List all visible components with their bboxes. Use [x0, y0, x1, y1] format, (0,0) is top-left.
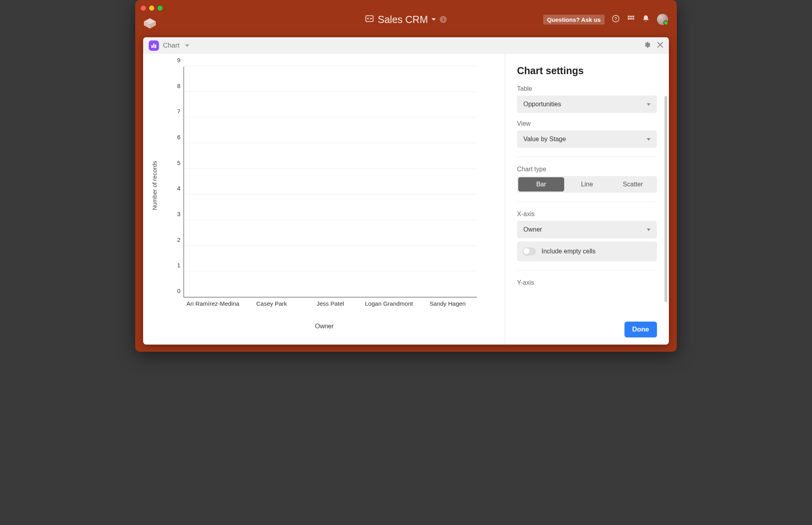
x-tick-label: Jess Patel: [301, 300, 360, 307]
svg-text:?: ?: [615, 16, 617, 21]
include-empty-label: Include empty cells: [542, 248, 596, 255]
table-field-label: Table: [517, 85, 657, 92]
table-select[interactable]: Opportunities: [517, 96, 657, 113]
chart-tab-label: Chart: [163, 42, 180, 50]
caret-down-icon: [432, 18, 436, 21]
app-header: Sales CRM i Questions? Ask us ?: [135, 0, 677, 37]
x-axis-select[interactable]: Owner: [517, 221, 657, 238]
toggle-switch[interactable]: [523, 247, 536, 255]
y-tick-label: 8: [177, 82, 180, 89]
y-tick-label: 9: [177, 57, 180, 63]
base-icon: [365, 14, 374, 25]
x-axis-field-label: X-axis: [517, 211, 657, 218]
modal-header: Chart: [143, 37, 669, 54]
x-axis-select-value: Owner: [523, 226, 542, 233]
app-logo-icon: [144, 18, 156, 30]
x-axis-title: Owner: [315, 323, 333, 330]
view-select[interactable]: Value by Stage: [517, 130, 657, 148]
svg-rect-8: [628, 16, 630, 17]
svg-rect-10: [632, 16, 634, 17]
svg-rect-15: [153, 44, 155, 48]
svg-rect-12: [630, 18, 632, 19]
caret-down-icon: [185, 44, 189, 47]
x-tick-label: Ari Ramírez-Medina: [184, 300, 242, 307]
svg-rect-3: [366, 15, 373, 21]
chart-type-bar[interactable]: Bar: [518, 177, 564, 192]
mac-traffic-lights: [141, 6, 163, 11]
bell-icon[interactable]: [642, 15, 650, 24]
divider: [517, 157, 657, 157]
y-tick-label: 6: [177, 134, 180, 140]
y-tick-label: 1: [177, 262, 180, 268]
ask-us-button[interactable]: Questions? Ask us: [543, 15, 605, 25]
chart-type-label: Chart type: [517, 166, 657, 173]
include-empty-toggle-row[interactable]: Include empty cells: [517, 241, 657, 261]
y-axis-title: Number of records: [151, 161, 158, 210]
svg-rect-9: [630, 16, 632, 17]
minimize-window-icon[interactable]: [149, 6, 154, 11]
y-axis-field-label: Y-axis: [517, 279, 657, 286]
close-icon[interactable]: [657, 42, 663, 50]
x-tick-label: Logan Grandmont: [360, 300, 418, 307]
x-tick-label: Sandy Hagen: [418, 300, 477, 307]
avatar[interactable]: [657, 14, 668, 25]
maximize-window-icon[interactable]: [157, 6, 163, 11]
x-tick-label: Casey Park: [242, 300, 301, 307]
divider: [517, 201, 657, 202]
svg-rect-11: [628, 18, 630, 19]
svg-rect-16: [155, 45, 156, 48]
chart-type-segmented: Bar Line Scatter: [517, 176, 657, 193]
svg-point-5: [370, 17, 372, 19]
svg-rect-14: [151, 45, 153, 48]
chart-type-line[interactable]: Line: [564, 177, 610, 192]
y-tick-label: 0: [177, 287, 180, 294]
chart-tab[interactable]: Chart: [149, 40, 189, 51]
gear-icon[interactable]: [643, 41, 651, 50]
chart-settings-panel: Chart settings Table Opportunities View …: [505, 54, 669, 345]
y-tick-label: 5: [177, 159, 180, 166]
svg-rect-13: [632, 18, 634, 19]
help-icon[interactable]: ?: [612, 15, 620, 24]
chart-area: Number of records 0123456789 Ari Ramírez…: [143, 54, 505, 345]
divider: [517, 270, 657, 270]
close-window-icon[interactable]: [141, 6, 146, 11]
y-tick-label: 2: [177, 236, 180, 243]
done-button[interactable]: Done: [624, 322, 657, 337]
svg-point-4: [367, 17, 369, 19]
info-icon[interactable]: i: [440, 16, 447, 23]
base-switcher[interactable]: Sales CRM i: [365, 12, 447, 25]
base-title: Sales CRM: [378, 14, 428, 25]
chart-type-scatter[interactable]: Scatter: [610, 177, 656, 192]
view-field-label: View: [517, 120, 657, 127]
app-window: Sales CRM i Questions? Ask us ? Chart: [135, 0, 677, 352]
chart-modal: Chart Number of records 0123456789 Ari R…: [143, 37, 669, 345]
bar-chart-icon: [149, 40, 159, 51]
view-select-value: Value by Stage: [523, 136, 566, 143]
table-select-value: Opportunities: [523, 101, 561, 108]
y-tick-label: 3: [177, 211, 180, 217]
y-tick-label: 4: [177, 185, 180, 192]
y-tick-label: 7: [177, 108, 180, 115]
settings-title: Chart settings: [517, 65, 657, 77]
apps-grid-icon[interactable]: [627, 15, 635, 24]
